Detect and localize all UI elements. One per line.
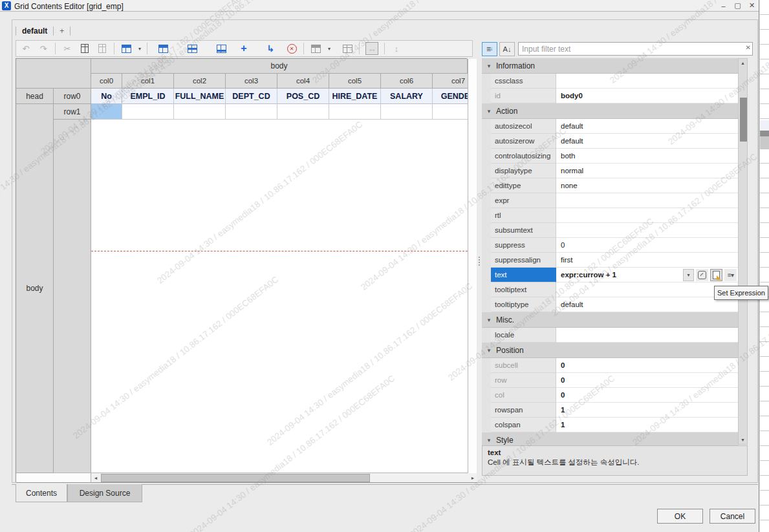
categorized-view-button[interactable]: ≡↓ [482, 42, 497, 56]
head-cell[interactable]: EMPL_ID [122, 89, 174, 104]
property-value[interactable]: none ▾ ≡▾ [556, 178, 738, 193]
property-value[interactable]: 1 ▾ ≡▾ [556, 403, 738, 418]
horizontal-scroll-thumb[interactable] [101, 474, 370, 482]
property-value[interactable]: default ▾ ≡▾ [556, 134, 738, 149]
redo-icon[interactable]: ↷ [38, 43, 49, 54]
column-header-cell[interactable]: col5 [329, 74, 381, 89]
collapse-arrow-icon[interactable]: ▾ [482, 437, 496, 443]
property-row[interactable]: controlautosizing both ▾ ≡▾ [482, 149, 738, 164]
property-value[interactable]: 1 ▾ ≡▾ [556, 418, 738, 432]
body-row1-label-cell[interactable]: row1 [54, 104, 91, 120]
head-band-label-cell[interactable]: head [16, 89, 54, 104]
property-section-header[interactable]: ▾ Misc. [482, 312, 738, 328]
collapse-arrow-icon[interactable]: ▾ [482, 108, 496, 114]
maximize-button[interactable]: ▢ [731, 0, 744, 11]
fit-height-icon[interactable]: ↕ [391, 43, 402, 54]
property-value[interactable]: 0 ▾ ≡▾ [556, 373, 738, 388]
head-cell[interactable]: FULL_NAME [174, 89, 226, 104]
head-cell[interactable]: GENDER [433, 89, 468, 104]
set-expression-button[interactable] [710, 269, 722, 281]
value-dropdown-icon[interactable]: ▾ [683, 269, 694, 281]
collapse-arrow-icon[interactable]: ▾ [482, 317, 496, 323]
split-cell-icon[interactable] [341, 43, 353, 54]
panel-splitter[interactable] [477, 40, 482, 482]
body-cell[interactable] [277, 104, 329, 120]
property-row[interactable]: cssclass ▾ ≡▾ [482, 74, 738, 89]
body-cell[interactable] [381, 104, 433, 120]
property-value[interactable]: ▾ ≡▾ [556, 74, 738, 89]
scroll-right-icon[interactable]: ► [468, 473, 477, 482]
add-body-band-icon[interactable] [186, 43, 198, 54]
property-row[interactable]: row 0 ▾ ≡▾ [482, 373, 738, 388]
scroll-left-icon[interactable]: ◄ [91, 473, 100, 482]
clear-filter-icon[interactable]: ✕ [746, 44, 751, 51]
head-row0-label-cell[interactable]: row0 [54, 89, 91, 104]
append-column-icon[interactable]: + [238, 43, 250, 54]
body-cell[interactable] [174, 104, 226, 120]
edit-list-button[interactable]: ≡▾ [724, 269, 737, 281]
property-row[interactable]: suppress 0 ▾ ≡▾ [482, 238, 738, 253]
property-row[interactable]: colspan 1 ▾ ≡▾ [482, 418, 738, 432]
tab-contents[interactable]: Contents [16, 484, 67, 502]
scroll-up-icon[interactable]: ▲ [739, 59, 747, 67]
property-row[interactable]: tooltiptype default ▾ ≡▾ [482, 297, 738, 312]
property-row[interactable]: autosizerow default ▾ ≡▾ [482, 134, 738, 149]
property-value[interactable]: body0 ▾ ≡▾ [556, 89, 738, 103]
property-row[interactable]: tooltiptext ▾ ≡▾ [482, 282, 738, 297]
property-value[interactable]: ▾ ≡▾ [556, 328, 738, 343]
property-row[interactable]: suppressalign first ▾ ≡▾ [482, 253, 738, 268]
property-value[interactable]: ▾ ≡▾ [556, 282, 738, 297]
property-row[interactable]: id body0 ▾ ≡▾ [482, 89, 738, 103]
column-header-cell[interactable]: col1 [122, 74, 174, 89]
property-row[interactable]: col 0 ▾ ≡▾ [482, 388, 738, 403]
property-row[interactable]: autosizecol default ▾ ≡▾ [482, 119, 738, 134]
body-band-label-cell[interactable]: body [16, 104, 54, 473]
append-row-icon[interactable]: ↳ [265, 43, 276, 54]
property-value[interactable]: default ▾ ≡▾ [556, 119, 738, 134]
body-cell[interactable] [329, 104, 381, 120]
property-value[interactable]: ▾ ≡▾ [556, 223, 738, 238]
property-value[interactable]: first ▾ ≡▾ [556, 253, 738, 268]
property-value[interactable]: normal ▾ ≡▾ [556, 164, 738, 178]
vertical-scroll-thumb[interactable] [740, 98, 747, 142]
merge-cells-dropdown-icon[interactable]: ▾ [328, 46, 330, 52]
property-row[interactable]: rtl ▾ ≡▾ [482, 208, 738, 223]
add-summary-band-icon[interactable] [215, 43, 227, 54]
band-select-icon[interactable] [120, 43, 132, 54]
property-row[interactable]: expr ▾ ≡▾ [482, 193, 738, 208]
head-cell[interactable]: No [91, 89, 122, 104]
tab-design-source[interactable]: Design Source [67, 484, 142, 502]
cut-icon[interactable]: ✂ [61, 43, 73, 54]
collapse-arrow-icon[interactable]: ▾ [482, 63, 496, 69]
add-band-tab-button[interactable]: + [60, 27, 64, 36]
paste-icon[interactable] [96, 43, 108, 54]
filter-input[interactable] [518, 42, 753, 56]
head-cell[interactable]: DEPT_CD [226, 89, 277, 104]
delete-icon[interactable]: ✕ [286, 43, 298, 54]
property-section-header[interactable]: ▾ Information [482, 58, 738, 74]
head-cell[interactable]: POS_CD [277, 89, 329, 104]
column-header-cell[interactable]: col2 [174, 74, 226, 89]
body-canvas[interactable] [91, 120, 468, 473]
bind-data-button[interactable] [696, 269, 708, 281]
property-row[interactable]: subsumtext ▾ ≡▾ [482, 223, 738, 238]
property-value[interactable]: ▾ ≡▾ [556, 193, 738, 208]
property-value[interactable]: 0 ▾ ≡▾ [556, 388, 738, 403]
property-row[interactable]: text expr:currow + 1 ▾ ≡▾ [482, 268, 738, 282]
band-select-dropdown-icon[interactable]: ▾ [138, 46, 141, 52]
property-scrollbar[interactable]: ▲ ▼ [738, 58, 748, 445]
column-header-cell[interactable]: col4 [277, 74, 329, 89]
head-cell[interactable]: HIRE_DATE [329, 89, 381, 104]
body-band-header[interactable]: body [91, 59, 468, 74]
alphabetical-sort-button[interactable]: A↓ [499, 42, 515, 56]
copy-icon[interactable] [79, 43, 91, 54]
property-value[interactable]: both ▾ ≡▾ [556, 149, 738, 164]
collapse-arrow-icon[interactable]: ▾ [482, 347, 496, 354]
horizontal-scrollbar[interactable]: ◄ ► [91, 473, 477, 483]
merge-cells-icon[interactable] [310, 43, 321, 54]
property-row[interactable]: subcell 0 ▾ ≡▾ [482, 358, 738, 373]
head-cell[interactable]: SALARY [381, 89, 433, 104]
body-cell[interactable] [122, 104, 174, 120]
fit-width-icon[interactable]: ↔ [365, 42, 378, 55]
body-cell[interactable] [91, 104, 122, 120]
